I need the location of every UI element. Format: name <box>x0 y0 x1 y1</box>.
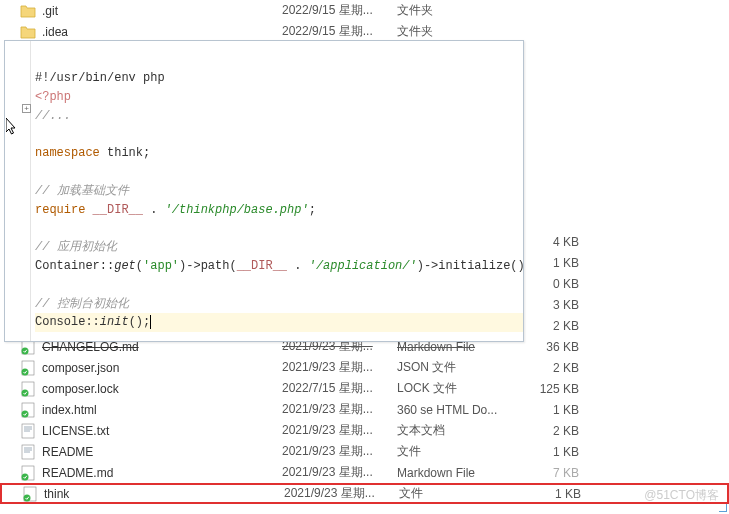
file-row-LICENSE-txt[interactable]: LICENSE.txt2021/9/23 星期...文本文档2 KB <box>0 420 729 441</box>
file-date: 2021/9/23 星期... <box>282 359 397 376</box>
file-icon <box>20 423 36 439</box>
file-date: 2021/9/23 星期... <box>282 401 397 418</box>
file-type: 文件夹 <box>397 2 527 19</box>
file-date: 2021/9/23 星期... <box>282 443 397 460</box>
code-require: require <box>35 203 93 217</box>
file-row-README-md[interactable]: README.md2021/9/23 星期...Markdown File7 K… <box>0 462 729 483</box>
file-icon <box>20 381 36 397</box>
file-size: 7 KB <box>527 466 587 480</box>
text-caret <box>150 315 151 329</box>
file-size: 4 KB <box>527 235 587 249</box>
svg-point-17 <box>22 473 29 480</box>
code-container: Container:: <box>35 259 114 273</box>
file-icon <box>20 402 36 418</box>
file-date: 2021/9/23 星期... <box>282 464 397 481</box>
file-row--git[interactable]: .git2022/9/15 星期...文件夹 <box>0 0 729 21</box>
svg-point-5 <box>22 389 29 396</box>
file-size: 3 KB <box>527 298 587 312</box>
code-init: init <box>100 315 129 329</box>
file-size: 1 KB <box>527 256 587 270</box>
file-size: 1 KB <box>527 403 587 417</box>
resize-corner-icon <box>719 504 727 512</box>
code-get: get <box>114 259 136 273</box>
file-icon <box>22 486 38 502</box>
file-name: README.md <box>42 466 282 480</box>
code-ns-id: think; <box>100 146 150 160</box>
svg-point-7 <box>22 410 29 417</box>
file-type: Markdown File <box>397 466 527 480</box>
file-size: 1 KB <box>529 487 589 501</box>
folder-icon <box>20 24 36 40</box>
code-shebang: #!/usr/bin/env php <box>35 71 165 85</box>
file-size: 2 KB <box>527 319 587 333</box>
code-paren2: (); <box>129 315 151 329</box>
file-type: LOCK 文件 <box>397 380 527 397</box>
file-name: .git <box>42 4 282 18</box>
code-dir-const: __DIR__ <box>93 203 143 217</box>
fold-expand-icon[interactable]: + <box>22 104 31 113</box>
file-size: 36 KB <box>527 340 587 354</box>
file-icon <box>20 465 36 481</box>
file-type: JSON 文件 <box>397 359 527 376</box>
code-initialize: )->initialize(); <box>417 259 524 273</box>
file-icon <box>20 444 36 460</box>
file-date: 2022/9/15 星期... <box>282 2 397 19</box>
file-size: 2 KB <box>527 424 587 438</box>
file-name: .idea <box>42 25 282 39</box>
code-content: #!/usr/bin/env php <?php //... namespace… <box>5 47 523 332</box>
file-name: index.html <box>42 403 282 417</box>
file-size: 125 KB <box>527 382 587 396</box>
file-type: 文件 <box>397 443 527 460</box>
file-row--idea[interactable]: .idea2022/9/15 星期...文件夹 <box>0 21 729 42</box>
folder-icon <box>20 3 36 19</box>
file-row-index-html[interactable]: index.html2021/9/23 星期...360 se HTML Do.… <box>0 399 729 420</box>
code-comment-load: // 加载基础文件 <box>35 184 129 198</box>
code-gutter: + <box>5 41 31 341</box>
code-path-call: )->path( <box>179 259 237 273</box>
code-ns-keyword: namespace <box>35 146 100 160</box>
code-console: Console:: <box>35 315 100 329</box>
file-type: 360 se HTML Do... <box>397 403 527 417</box>
code-base-path: '/thinkphp/base.php' <box>165 203 309 217</box>
file-date: 2021/9/23 星期... <box>284 485 399 502</box>
file-size: 1 KB <box>527 445 587 459</box>
code-comment-console: // 控制台初始化 <box>35 297 129 311</box>
code-concat2: . <box>287 259 309 273</box>
file-size: 0 KB <box>527 277 587 291</box>
file-type: 文件 <box>399 485 529 502</box>
file-row-composer-json[interactable]: composer.json2021/9/23 星期...JSON 文件2 KB <box>0 357 729 378</box>
code-preview-popup: + #!/usr/bin/env php <?php //... namespa… <box>4 40 524 342</box>
code-concat: . <box>143 203 165 217</box>
svg-point-1 <box>22 347 29 354</box>
file-row-README[interactable]: README2021/9/23 星期...文件1 KB <box>0 441 729 462</box>
file-name: think <box>44 487 284 501</box>
file-date: 2022/9/15 星期... <box>282 23 397 40</box>
file-name: README <box>42 445 282 459</box>
mouse-cursor-icon <box>6 118 18 139</box>
code-comment-init: // 应用初始化 <box>35 240 117 254</box>
code-comment-fold: //... <box>35 109 71 123</box>
svg-point-19 <box>24 494 31 501</box>
file-type: 文件夹 <box>397 23 527 40</box>
code-dir-const2: __DIR__ <box>237 259 287 273</box>
file-size: 2 KB <box>527 361 587 375</box>
code-app-str: 'app' <box>143 259 179 273</box>
file-date: 2021/9/23 星期... <box>282 422 397 439</box>
file-row-composer-lock[interactable]: composer.lock2022/7/15 星期...LOCK 文件125 K… <box>0 378 729 399</box>
file-name: composer.json <box>42 361 282 375</box>
file-name: LICENSE.txt <box>42 424 282 438</box>
code-paren: ( <box>136 259 143 273</box>
file-type: 文本文档 <box>397 422 527 439</box>
file-date: 2022/7/15 星期... <box>282 380 397 397</box>
code-php-open: <?php <box>35 90 71 104</box>
file-row-think[interactable]: think2021/9/23 星期...文件1 KB <box>0 483 729 504</box>
code-app-path: '/application/' <box>309 259 417 273</box>
svg-point-3 <box>22 368 29 375</box>
code-semi: ; <box>309 203 316 217</box>
file-name: composer.lock <box>42 382 282 396</box>
file-icon <box>20 360 36 376</box>
